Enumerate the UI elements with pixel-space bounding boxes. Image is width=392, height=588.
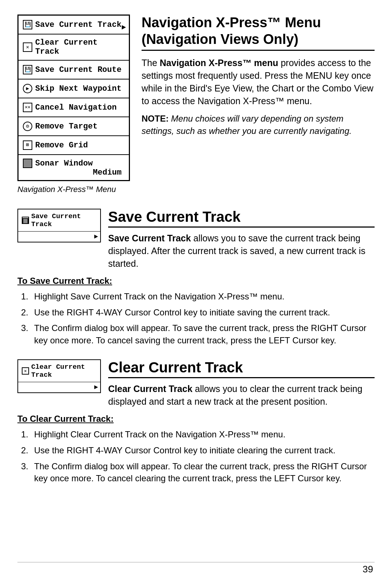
- remove-target-icon: ◎: [23, 122, 32, 131]
- save-track-desc-bold: Save Current Track: [108, 233, 191, 243]
- save-track-arrow: ►: [122, 23, 126, 32]
- menu-item-save-route[interactable]: 💾 Save Current Route: [19, 61, 129, 79]
- save-track-icon: 💾: [23, 20, 32, 29]
- save-track-step-3-text: The Confirm dialog box will appear. To s…: [34, 323, 367, 345]
- menu-item-sonar-window[interactable]: Sonar Window Medium: [19, 155, 129, 180]
- save-track-title-block: Save Current Track Save Current Track al…: [101, 209, 375, 270]
- main-description: The Navigation X-Press™ menu provides ac…: [142, 57, 375, 107]
- save-track-header: Save Current Track ► Save Current Track …: [17, 209, 375, 270]
- step-num-2: 2.: [21, 306, 28, 319]
- clear-track-preview-icon: ✕: [22, 367, 29, 375]
- skip-waypoint-label: Skip Next Waypoint: [35, 84, 122, 93]
- main-section-title: Navigation X-Press™ Menu (Navigation Vie…: [142, 15, 375, 51]
- clear-track-step-3: 3. The Confirm dialog box will appear. T…: [21, 460, 375, 485]
- step-num-1: 1.: [21, 290, 28, 303]
- save-track-title: Save Current Track: [108, 209, 375, 228]
- cancel-nav-label: Cancel Navigation: [35, 103, 117, 112]
- menu-item-skip-waypoint[interactable]: ▶ Skip Next Waypoint: [19, 79, 129, 98]
- step-num-3: 3.: [21, 322, 28, 334]
- clear-track-preview-arrow: ►: [18, 382, 100, 392]
- save-track-preview-arrow: ►: [18, 232, 100, 242]
- nav-menu: 💾 Save Current Track ► ✕ Clear Current T…: [17, 15, 130, 181]
- save-track-step-2-text: Use the RIGHT 4-WAY Cursor Control key t…: [34, 307, 330, 317]
- skip-waypoint-icon: ▶: [23, 84, 32, 93]
- clear-track-preview-item: ✕ Clear Current Track: [18, 360, 100, 382]
- save-track-step-2: 2. Use the RIGHT 4-WAY Cursor Control ke…: [21, 306, 375, 319]
- save-track-preview: Save Current Track ►: [17, 209, 101, 242]
- clear-track-step-2-text: Use the RIGHT 4-WAY Cursor Control key t…: [34, 445, 335, 455]
- clear-track-preview: ✕ Clear Current Track ►: [17, 359, 101, 393]
- clear-track-desc-bold: Clear Current Track: [108, 384, 192, 394]
- bottom-rule: [17, 562, 375, 563]
- save-track-label: Save Current Track: [35, 20, 122, 29]
- clear-step-num-3: 3.: [21, 460, 28, 473]
- title-line2: (Navigation Views Only): [142, 31, 375, 48]
- sonar-window-icon: [23, 159, 32, 168]
- save-track-subheading: To Save Current Track:: [17, 276, 375, 286]
- title-line1: Navigation X-Press™ Menu: [142, 15, 321, 30]
- save-route-icon: 💾: [23, 65, 32, 74]
- remove-grid-icon: ⊞: [23, 140, 32, 150]
- top-right: Navigation X-Press™ Menu (Navigation Vie…: [142, 15, 375, 194]
- save-track-preview-item: Save Current Track: [18, 209, 100, 232]
- menu-item-clear-track[interactable]: ✕ Clear Current Track: [19, 34, 129, 61]
- menu-item-remove-target[interactable]: ◎ Remove Target: [19, 117, 129, 136]
- menu-item-cancel-nav[interactable]: ✕✕ Cancel Navigation: [19, 98, 129, 117]
- clear-track-header: ✕ Clear Current Track ► Clear Current Tr…: [17, 359, 375, 408]
- save-track-step-1: 1. Highlight Save Current Track on the N…: [21, 290, 375, 303]
- clear-track-step-1-text: Highlight Clear Current Track on the Nav…: [34, 429, 285, 439]
- sonar-window-label: Sonar Window: [35, 159, 93, 168]
- remove-grid-label: Remove Grid: [35, 141, 88, 150]
- page-content: 💾 Save Current Track ► ✕ Clear Current T…: [0, 0, 392, 519]
- clear-step-num-1: 1.: [21, 428, 28, 441]
- menu-caption: Navigation X-Press™ Menu: [17, 185, 130, 194]
- clear-track-preview-label: Clear Current Track: [31, 363, 97, 379]
- clear-track-step-1: 1. Highlight Clear Current Track on the …: [21, 428, 375, 441]
- save-route-label: Save Current Route: [35, 65, 122, 74]
- top-section: 💾 Save Current Track ► ✕ Clear Current T…: [17, 15, 375, 194]
- clear-track-section: ✕ Clear Current Track ► Clear Current Tr…: [17, 359, 375, 484]
- save-track-preview-label: Save Current Track: [31, 212, 97, 228]
- clear-track-subheading: To Clear Current Track:: [17, 414, 375, 424]
- menu-panel: 💾 Save Current Track ► ✕ Clear Current T…: [17, 15, 130, 194]
- sonar-window-size: Medium: [93, 168, 122, 177]
- save-track-step-1-text: Highlight Save Current Track on the Navi…: [34, 291, 285, 301]
- clear-track-icon: ✕: [23, 42, 32, 52]
- clear-step-num-2: 2.: [21, 444, 28, 457]
- clear-track-steps: 1. Highlight Clear Current Track on the …: [21, 428, 375, 484]
- clear-track-title-block: Clear Current Track Clear Current Track …: [101, 359, 375, 408]
- save-track-step-3: 3. The Confirm dialog box will appear. T…: [21, 322, 375, 346]
- save-track-section: Save Current Track ► Save Current Track …: [17, 209, 375, 346]
- page-number: 39: [363, 564, 373, 575]
- clear-track-label: Clear Current Track: [35, 38, 124, 56]
- clear-track-step-2: 2. Use the RIGHT 4-WAY Cursor Control ke…: [21, 444, 375, 457]
- save-track-description: Save Current Track allows you to save th…: [108, 232, 375, 270]
- clear-track-description: Clear Current Track allows you to clear …: [108, 383, 375, 408]
- save-track-preview-icon: [22, 217, 29, 224]
- menu-item-save-track[interactable]: 💾 Save Current Track ►: [19, 16, 129, 34]
- remove-target-label: Remove Target: [35, 122, 98, 131]
- cancel-nav-icon: ✕✕: [23, 103, 32, 112]
- clear-track-step-3-text: The Confirm dialog box will appear. To c…: [34, 461, 367, 483]
- clear-track-title: Clear Current Track: [108, 359, 375, 378]
- menu-item-remove-grid[interactable]: ⊞ Remove Grid: [19, 136, 129, 155]
- save-track-steps: 1. Highlight Save Current Track on the N…: [21, 290, 375, 346]
- main-note: NOTE: Menu choices will vary depending o…: [142, 113, 375, 137]
